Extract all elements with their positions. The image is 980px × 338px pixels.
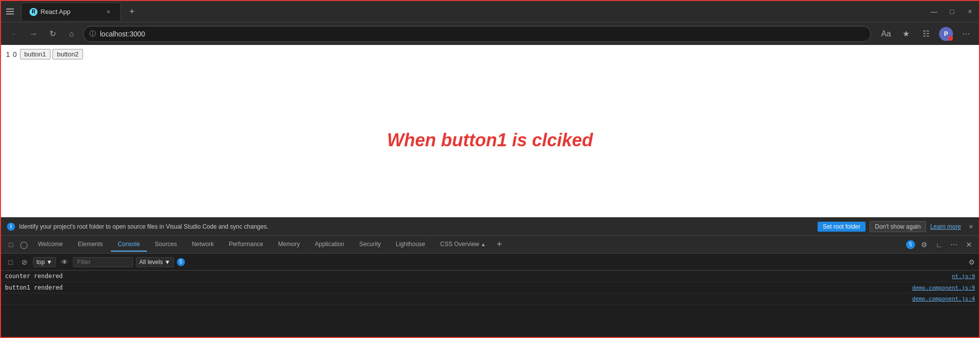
- tab-favicon: R: [29, 8, 37, 16]
- devtools-close-icon[interactable]: ✕: [963, 239, 975, 251]
- console-line-1: counter rendered nt.js:9: [1, 271, 979, 282]
- devtools-dock-icon[interactable]: ∟: [933, 239, 945, 251]
- console-line-3: demo.component.js:4: [1, 294, 979, 305]
- button1[interactable]: button1: [20, 49, 50, 59]
- browser-window: R React App × + — □ × ← → ↻ ⌂ ⓘ localhos…: [1, 1, 979, 337]
- console-line-2: button1 rendered demo.component.js:9: [1, 282, 979, 294]
- console-error-badge: 5: [906, 240, 915, 249]
- counter-prefix: 1: [6, 50, 10, 58]
- main-heading: When button1 is clciked: [387, 130, 593, 151]
- security-info-icon: ⓘ: [89, 29, 96, 38]
- console-line-1-text: counter rendered: [5, 273, 63, 280]
- sidebar-toggle-button[interactable]: [6, 6, 17, 17]
- log-level-selector[interactable]: All levels ▼: [136, 257, 174, 267]
- console-line-1-link[interactable]: nt.js:9: [952, 273, 975, 280]
- add-tab-button[interactable]: +: [494, 239, 505, 250]
- tab-welcome[interactable]: Welcome: [31, 238, 70, 252]
- levels-label: All levels: [139, 259, 163, 266]
- console-line-2-text: button1 rendered: [5, 284, 63, 291]
- learn-more-link[interactable]: Learn more: [930, 223, 961, 230]
- banner-close-button[interactable]: ×: [969, 223, 973, 231]
- home-button[interactable]: ⌂: [64, 26, 79, 41]
- context-label: top: [36, 259, 45, 266]
- page-top-bar: 1 0 button1 button2: [1, 45, 979, 63]
- tab-security[interactable]: Security: [352, 238, 388, 252]
- maximize-button[interactable]: □: [948, 7, 956, 15]
- collections-icon[interactable]: ☷: [919, 27, 933, 41]
- info-icon: i: [7, 223, 15, 231]
- levels-dropdown-icon: ▼: [164, 259, 170, 266]
- tab-close-button[interactable]: ×: [104, 8, 112, 16]
- back-button[interactable]: ←: [7, 26, 22, 41]
- forward-button[interactable]: →: [26, 26, 41, 41]
- address-bar[interactable]: ⓘ localhost:3000: [83, 26, 871, 42]
- counter-value: 0: [13, 50, 17, 58]
- eye-icon[interactable]: 👁: [59, 257, 70, 268]
- info-banner-text: Identify your project's root folder to o…: [19, 223, 814, 230]
- button2[interactable]: button2: [52, 49, 83, 59]
- context-selector[interactable]: top ▼: [33, 257, 56, 267]
- page-content: 1 0 button1 button2 When button1 is clci…: [1, 45, 979, 217]
- console-toolbar: □ ⊘ top ▼ 👁 All levels ▼ 5 ⚙: [1, 254, 979, 271]
- tab-css-overview[interactable]: CSS Overview ▲: [433, 238, 493, 252]
- title-bar-left: R React App × +: [6, 2, 139, 20]
- console-line-2-link[interactable]: demo.component.js:9: [912, 285, 975, 291]
- tab-lighthouse[interactable]: Lighthouse: [389, 238, 432, 252]
- console-settings-right: ⚙: [969, 258, 975, 267]
- tab-title: React App: [40, 8, 101, 15]
- refresh-button[interactable]: ↻: [45, 26, 60, 41]
- tab-performance[interactable]: Performance: [222, 238, 270, 252]
- browser-tab[interactable]: R React App ×: [21, 2, 121, 20]
- read-aloud-icon[interactable]: Aa: [879, 27, 893, 41]
- console-badge: 5: [177, 258, 185, 266]
- context-dropdown-icon: ▼: [46, 259, 52, 266]
- devtools-panel: i Identify your project's root folder to…: [1, 217, 979, 337]
- block-icon[interactable]: ⊘: [19, 257, 30, 268]
- console-settings-icon[interactable]: ⚙: [969, 258, 975, 266]
- console-output: counter rendered nt.js:9 button1 rendere…: [1, 271, 979, 337]
- info-banner: i Identify your project's root folder to…: [1, 218, 979, 236]
- devtools-inspect-icon[interactable]: □: [5, 239, 17, 251]
- new-tab-button[interactable]: +: [125, 4, 139, 18]
- dont-show-again-button[interactable]: Don't show again: [870, 221, 927, 232]
- devtools-tab-right: 5 ⚙ ∟ ⋯ ✕: [906, 239, 975, 251]
- page-center: When button1 is clciked: [1, 63, 979, 217]
- close-window-button[interactable]: ×: [966, 7, 974, 15]
- tab-network[interactable]: Network: [185, 238, 221, 252]
- nav-bar: ← → ↻ ⌂ ⓘ localhost:3000 Aa ★ ☷ P ⋯: [1, 22, 979, 45]
- favorites-icon[interactable]: ★: [899, 27, 913, 41]
- tab-application[interactable]: Application: [308, 238, 351, 252]
- notification-badge: [948, 36, 953, 41]
- tab-memory[interactable]: Memory: [271, 238, 307, 252]
- nav-right-icons: Aa ★ ☷ P ⋯: [879, 27, 973, 41]
- devtools-settings-icon[interactable]: ⚙: [918, 239, 930, 251]
- title-bar: R React App × + — □ ×: [1, 1, 979, 22]
- set-root-folder-button[interactable]: Set root folder: [818, 222, 865, 232]
- devtools-tab-bar: □ ◯ Welcome Elements Console Sources Net…: [1, 236, 979, 254]
- console-line-3-link[interactable]: demo.component.js:4: [912, 296, 975, 302]
- filter-input[interactable]: [73, 257, 133, 267]
- tab-sources[interactable]: Sources: [148, 238, 184, 252]
- css-overview-triangle-icon: ▲: [481, 242, 486, 247]
- more-tools-icon[interactable]: ⋯: [959, 27, 973, 41]
- devtools-device-icon[interactable]: ◯: [18, 239, 30, 251]
- tab-elements[interactable]: Elements: [71, 238, 110, 252]
- address-text: localhost:3000: [100, 30, 145, 38]
- clear-console-icon[interactable]: □: [5, 257, 16, 268]
- profile-icon[interactable]: P: [939, 27, 953, 41]
- devtools-more-icon[interactable]: ⋯: [948, 239, 960, 251]
- window-controls: — □ ×: [930, 7, 974, 15]
- minimize-button[interactable]: —: [930, 7, 938, 15]
- tab-console[interactable]: Console: [111, 238, 147, 252]
